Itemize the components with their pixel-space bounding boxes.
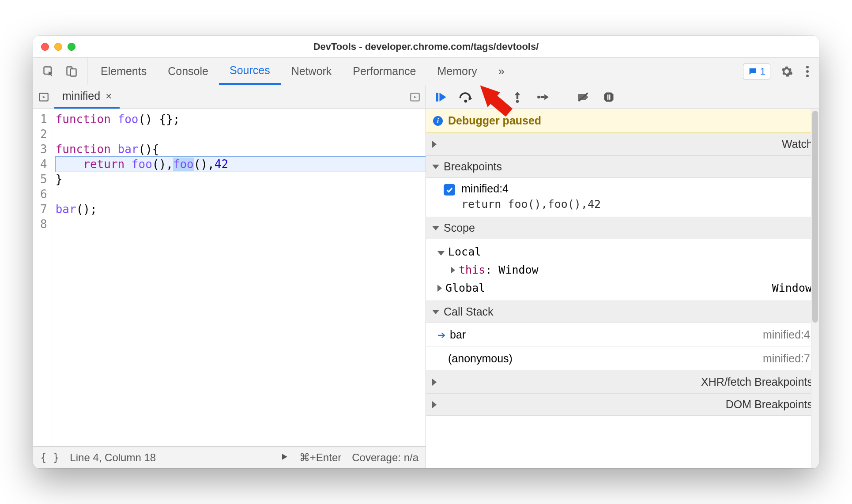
- chevron-down-icon: [432, 165, 439, 169]
- xhr-title: XHR/fetch Breakpoints: [701, 376, 813, 388]
- run-snippet-icon[interactable]: [404, 85, 426, 109]
- tab-sources[interactable]: Sources: [219, 58, 281, 85]
- callstack-title: Call Stack: [444, 305, 494, 318]
- traffic-lights: [41, 43, 75, 51]
- pretty-print-button[interactable]: { }: [40, 451, 59, 464]
- settings-gear-icon[interactable]: [779, 64, 794, 79]
- svg-rect-19: [541, 96, 545, 98]
- svg-marker-9: [440, 93, 446, 102]
- breakpoint-label: minified:4: [461, 182, 601, 195]
- tab-elements[interactable]: Elements: [90, 58, 157, 85]
- devtools-window: DevTools - developer.chrome.com/tags/dev…: [33, 36, 819, 468]
- breakpoints-section-header[interactable]: Breakpoints: [426, 155, 819, 178]
- main-tabs-bar: Elements Console Sources Network Perform…: [33, 58, 819, 85]
- svg-point-12: [490, 91, 494, 94]
- file-tab-label: minified: [62, 90, 100, 102]
- window-title: DevTools - developer.chrome.com/tags/dev…: [33, 41, 819, 53]
- device-toolbar-icon[interactable]: [64, 64, 79, 79]
- frame-loc: minified:7: [763, 352, 810, 365]
- editor-status-bar: { } Line 4, Column 18 ⌘+Enter Coverage: …: [33, 446, 426, 468]
- svg-rect-2: [71, 69, 76, 76]
- xhr-breakpoints-header[interactable]: XHR/fetch Breakpoints: [426, 371, 819, 393]
- tabs-overflow[interactable]: »: [488, 58, 515, 85]
- dom-title: DOM Breakpoints: [726, 398, 813, 411]
- info-icon: i: [433, 116, 443, 126]
- svg-rect-22: [607, 94, 609, 100]
- file-tab-close-icon[interactable]: ×: [106, 90, 112, 102]
- debugger-paused-banner: i Debugger paused: [426, 109, 819, 133]
- deactivate-breakpoints-button[interactable]: [576, 90, 591, 105]
- step-over-button[interactable]: [459, 90, 474, 105]
- scope-local-row[interactable]: Local: [426, 243, 819, 261]
- scope-title: Scope: [444, 222, 475, 234]
- file-tab[interactable]: minified ×: [54, 85, 120, 109]
- frame-fn: (anonymous): [448, 352, 513, 365]
- chevron-down-icon: [432, 310, 439, 314]
- titlebar: DevTools - developer.chrome.com/tags/dev…: [33, 36, 819, 58]
- callstack-section-header[interactable]: Call Stack: [426, 301, 819, 323]
- code-content[interactable]: function foo() {}; function bar(){ retur…: [52, 109, 426, 446]
- callstack-frame[interactable]: (anonymous) minified:7: [426, 347, 819, 371]
- scope-global-row[interactable]: Global Window: [426, 279, 819, 297]
- pause-on-exceptions-button[interactable]: [601, 90, 616, 105]
- scope-body: Local this: Window Global Window: [426, 239, 819, 301]
- chevron-right-icon: [432, 141, 777, 148]
- callstack-body: ➔bar minified:4 (anonymous) minified:7: [426, 323, 819, 371]
- svg-marker-4: [43, 96, 46, 98]
- chevron-right-icon: [432, 379, 697, 386]
- sources-pane: minified × 12345678 function foo() {}; f…: [33, 85, 426, 468]
- svg-rect-8: [436, 93, 438, 102]
- breakpoints-title: Breakpoints: [444, 160, 502, 173]
- watch-section-header[interactable]: Watch: [426, 133, 819, 155]
- inspect-icon[interactable]: [41, 64, 56, 79]
- chevron-right-icon: [432, 401, 721, 408]
- tab-network[interactable]: Network: [281, 58, 343, 85]
- svg-marker-6: [414, 96, 417, 98]
- svg-marker-14: [489, 98, 495, 102]
- navigator-toggle-icon[interactable]: [33, 85, 54, 109]
- watch-title: Watch: [782, 138, 813, 150]
- breakpoint-row[interactable]: minified:4 return foo(),foo(),42: [444, 182, 812, 211]
- messages-badge[interactable]: 1: [743, 64, 770, 79]
- scope-section-header[interactable]: Scope: [426, 217, 819, 239]
- code-editor[interactable]: 12345678 function foo() {}; function bar…: [33, 109, 426, 446]
- minimize-window-button[interactable]: [54, 43, 62, 51]
- resume-button[interactable]: [433, 90, 448, 105]
- svg-rect-23: [609, 94, 611, 100]
- breakpoint-checkbox[interactable]: [444, 184, 455, 196]
- svg-point-11: [464, 99, 467, 102]
- scope-this-row[interactable]: this: Window: [426, 261, 819, 279]
- svg-point-18: [537, 95, 540, 98]
- tab-performance[interactable]: Performance: [342, 58, 426, 85]
- line-gutter: 12345678: [33, 109, 52, 446]
- frame-loc: minified:4: [763, 328, 810, 341]
- svg-point-17: [516, 100, 519, 103]
- step-button[interactable]: [535, 90, 550, 105]
- tab-console[interactable]: Console: [157, 58, 219, 85]
- paused-label: Debugger paused: [448, 114, 541, 127]
- debugger-pane: i Debugger paused Watch Breakpoints mini…: [426, 85, 819, 468]
- zoom-window-button[interactable]: [68, 43, 75, 51]
- close-window-button[interactable]: [41, 43, 49, 51]
- coverage-status: Coverage: n/a: [352, 451, 418, 464]
- more-menu-icon[interactable]: [803, 70, 812, 73]
- play-icon[interactable]: [280, 451, 289, 464]
- svg-marker-20: [544, 94, 549, 100]
- dom-breakpoints-header[interactable]: DOM Breakpoints: [426, 393, 819, 416]
- step-into-button[interactable]: [484, 90, 499, 105]
- file-tab-row: minified ×: [33, 85, 426, 109]
- step-out-button[interactable]: [510, 90, 525, 105]
- frame-fn: bar: [450, 328, 466, 341]
- run-shortcut-hint: ⌘+Enter: [299, 451, 341, 464]
- breakpoint-preview: return foo(),foo(),42: [461, 198, 601, 211]
- chevron-down-icon: [432, 226, 439, 230]
- svg-marker-15: [515, 92, 520, 95]
- svg-rect-13: [491, 94, 493, 98]
- scrollbar[interactable]: [811, 109, 819, 468]
- tab-memory[interactable]: Memory: [426, 58, 487, 85]
- svg-marker-7: [282, 454, 287, 459]
- main-split: minified × 12345678 function foo() {}; f…: [33, 85, 819, 468]
- panel-tabs: Elements Console Sources Network Perform…: [87, 58, 736, 85]
- breakpoints-list: minified:4 return foo(),foo(),42: [426, 178, 819, 217]
- callstack-frame[interactable]: ➔bar minified:4: [426, 323, 819, 347]
